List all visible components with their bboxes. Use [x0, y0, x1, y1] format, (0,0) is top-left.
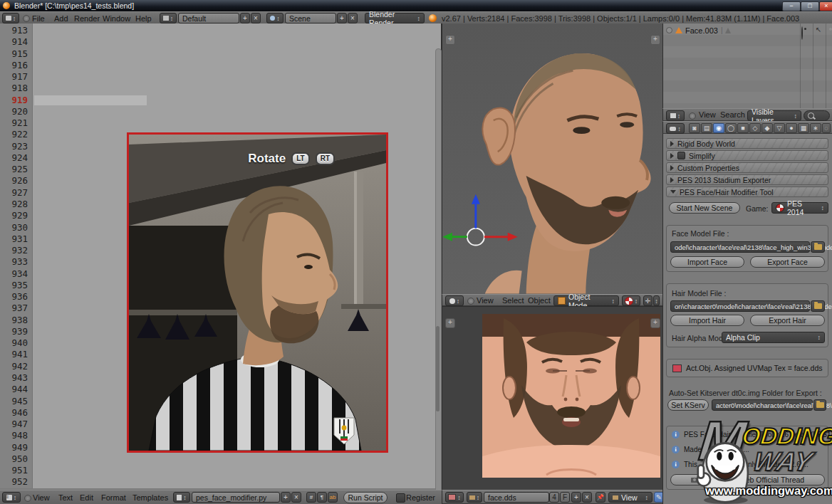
- tab-render-icon[interactable]: ◙: [689, 123, 700, 133]
- line-numbers-toggle[interactable]: #: [306, 492, 316, 503]
- image-unlink-button[interactable]: ×: [582, 492, 592, 503]
- scene-icon[interactable]: ↕: [266, 13, 284, 23]
- menu-window[interactable]: Window: [103, 12, 130, 24]
- maximize-button[interactable]: □: [801, 1, 819, 11]
- editor-type-image[interactable]: ↕: [445, 492, 464, 503]
- pin-icon[interactable]: 📌: [596, 492, 605, 503]
- manipulator-updown[interactable]: ↕: [653, 295, 660, 306]
- screen-layout-icon[interactable]: ↕: [160, 13, 177, 23]
- tab-scene-icon[interactable]: ◉: [713, 123, 724, 133]
- tab-object-data-icon[interactable]: ▽: [774, 123, 785, 133]
- text-unlink-button[interactable]: ×: [291, 492, 301, 503]
- editor-type-outliner[interactable]: ↕: [666, 110, 685, 121]
- render-engine-dropdown[interactable]: Blender Render↕: [365, 13, 425, 23]
- text-datablock-icon[interactable]: ↕: [173, 492, 190, 503]
- export-face-button[interactable]: Export Face: [750, 256, 825, 268]
- collapse-menus-toggle[interactable]: [467, 298, 474, 305]
- restrict-select-icon[interactable]: ↖: [816, 26, 821, 33]
- region-expand-icon[interactable]: +: [445, 35, 455, 45]
- region-expand-icon[interactable]: +: [650, 318, 660, 328]
- hair-alpha-dropdown[interactable]: Alpha Clip↕: [722, 332, 825, 343]
- outliner-search-input[interactable]: [804, 110, 830, 121]
- tab-constraints-icon[interactable]: ◇: [749, 123, 761, 133]
- syntax-highlight-toggle[interactable]: ab: [328, 492, 338, 503]
- panel-stadium-exporter[interactable]: PES 2013 Stadium Exporter: [666, 174, 828, 185]
- outliner-item-face003[interactable]: Face.003 |: [666, 25, 731, 36]
- kserv-path-field[interactable]: acter0\model\character\face\real\2138\: [712, 399, 813, 411]
- menu-object[interactable]: Object: [528, 295, 551, 305]
- face-model-path-field[interactable]: odel\character\face\real\2138\face_high_…: [670, 241, 810, 253]
- text-editor-scrollbar[interactable]: [435, 48, 442, 504]
- evoweb-thread-button[interactable]: Go to Evo-Web Official Thread: [670, 474, 825, 485]
- menu-select[interactable]: Select: [502, 295, 524, 305]
- menu-search-outliner[interactable]: Search: [720, 109, 745, 120]
- menu-render[interactable]: Render: [74, 12, 100, 24]
- menu-format[interactable]: Format: [101, 490, 126, 504]
- collapse-menus-toggle[interactable]: [689, 112, 696, 120]
- panel-simplify[interactable]: Simplify: [666, 150, 828, 161]
- image-users-count[interactable]: 4: [549, 492, 559, 503]
- menu-help[interactable]: Help: [135, 12, 152, 24]
- fake-user-button[interactable]: F: [560, 492, 570, 503]
- game-dropdown[interactable]: PES 2014↕: [771, 202, 828, 214]
- tab-modifiers-icon[interactable]: ◆: [761, 123, 773, 133]
- menu-view[interactable]: View: [33, 490, 50, 504]
- pivot-point-dropdown[interactable]: ↕: [622, 295, 640, 306]
- set-kserv-button[interactable]: Set KServ: [667, 399, 709, 411]
- import-face-button[interactable]: Import Face: [670, 256, 744, 268]
- menu-templates[interactable]: Templates: [132, 490, 168, 504]
- outliner-filter-dropdown[interactable]: Visible Layers↕: [747, 110, 801, 121]
- tab-world-icon[interactable]: ◯: [725, 123, 737, 133]
- hair-model-path-field[interactable]: on\character0\model\character\face\real\…: [670, 300, 810, 312]
- script-name-field[interactable]: pes_face_modifier.py: [192, 492, 280, 503]
- face-model-browse-button[interactable]: [811, 241, 825, 253]
- close-button[interactable]: ×: [819, 1, 832, 11]
- editor-type-3d[interactable]: ↕: [445, 295, 464, 306]
- import-hair-button[interactable]: Import Hair: [670, 315, 744, 326]
- scene-delete-button[interactable]: ×: [348, 13, 358, 23]
- editor-type-properties[interactable]: ↕: [666, 123, 685, 134]
- scene-field[interactable]: Scene: [285, 13, 336, 23]
- image-new-button[interactable]: +: [571, 492, 581, 503]
- object-name[interactable]: Face.003: [685, 26, 718, 35]
- menu-view-3d[interactable]: View: [477, 295, 494, 305]
- menu-view-outliner[interactable]: View: [699, 109, 716, 120]
- register-checkbox[interactable]: [396, 493, 405, 503]
- tab-particles-icon[interactable]: ∗: [810, 123, 821, 133]
- tab-physics-icon[interactable]: ◌: [822, 123, 831, 133]
- simplify-checkbox[interactable]: [677, 152, 685, 159]
- run-script-button[interactable]: Run Script: [343, 492, 388, 503]
- panel-custom-properties[interactable]: Custom Properties: [666, 162, 828, 173]
- panel-rigid-body-world[interactable]: Rigid Body World: [666, 138, 828, 149]
- start-new-scene-button[interactable]: Start New Scene: [669, 202, 740, 214]
- tab-material-icon[interactable]: ●: [786, 123, 797, 133]
- tab-render-layers-icon[interactable]: ▤: [701, 123, 712, 133]
- image-name-field[interactable]: face.dds: [484, 492, 549, 503]
- tab-texture-icon[interactable]: ▦: [798, 123, 809, 133]
- minimize-button[interactable]: −: [782, 1, 801, 11]
- collapse-menus-toggle[interactable]: [23, 15, 30, 22]
- restrict-view-icon[interactable]: [801, 26, 803, 40]
- editor-type-text[interactable]: ≡↕: [2, 492, 21, 503]
- mode-dropdown[interactable]: Object Mode↕: [553, 295, 619, 306]
- screen-add-button[interactable]: +: [240, 13, 250, 23]
- display-mode-dropdown[interactable]: View↕: [608, 492, 652, 503]
- hair-model-browse-button[interactable]: [811, 300, 825, 312]
- kserv-browse-button[interactable]: [813, 399, 826, 411]
- region-expand-icon[interactable]: +: [445, 318, 455, 328]
- manipulator-translate-toggle[interactable]: ✛: [643, 295, 652, 306]
- collapse-menus-toggle[interactable]: [24, 495, 31, 502]
- editor-type-selector[interactable]: ↕: [2, 13, 19, 23]
- screen-layout-field[interactable]: Default: [178, 13, 239, 23]
- text-new-button[interactable]: +: [281, 492, 291, 503]
- export-hair-button[interactable]: Export Hair: [750, 315, 825, 326]
- screen-delete-button[interactable]: ×: [251, 13, 261, 23]
- menu-text[interactable]: Text: [58, 490, 73, 504]
- menu-add[interactable]: Add: [54, 12, 68, 24]
- menu-edit[interactable]: Edit: [80, 490, 93, 504]
- disclosure-icon[interactable]: [666, 27, 672, 33]
- panel-face-hair-tool[interactable]: PES Face/Hair Modifier Tool: [666, 187, 828, 197]
- word-wrap-toggle[interactable]: ¶: [317, 492, 327, 503]
- scene-add-button[interactable]: +: [337, 13, 347, 23]
- tab-object-icon[interactable]: ■: [737, 123, 749, 133]
